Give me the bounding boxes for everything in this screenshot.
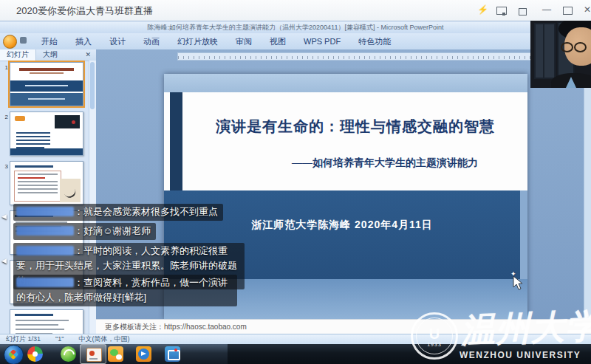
- powerpoint-titlebar: 陈海峰:如何培养青年大学生的主题演讲能力（温州大学20200411）[兼容模式]…: [0, 21, 591, 34]
- maximize-icon[interactable]: [563, 7, 573, 17]
- tab-home[interactable]: 开始: [33, 33, 66, 49]
- slide-number: 1: [2, 64, 8, 71]
- tab-insert[interactable]: 插入: [66, 33, 100, 49]
- taskbar: [0, 344, 591, 364]
- stream-window-title: 2020爱你爱你温大青马班群直播: [16, 4, 153, 18]
- stream-window-titlebar: 2020爱你爱你温大青马班群直播 ⚡ — ✕: [0, 0, 591, 21]
- windows-flag-icon: [8, 349, 18, 360]
- browser-app-icon[interactable]: [61, 346, 76, 362]
- tab-features[interactable]: 特色功能: [349, 33, 400, 49]
- tab-outline-pane[interactable]: 大纲: [36, 49, 64, 61]
- lightning-icon[interactable]: ⚡: [477, 4, 488, 15]
- tab-view[interactable]: 视图: [261, 33, 295, 49]
- slide-thumbnail-2[interactable]: [10, 111, 83, 156]
- chat-username-blurred: [16, 207, 74, 216]
- tab-wps-pdf[interactable]: WPS PDF: [295, 33, 349, 49]
- chat-username-blurred: [16, 226, 74, 236]
- glasses-icon: [561, 42, 573, 52]
- tab-animation[interactable]: 动画: [134, 33, 168, 49]
- popout-pin-icon[interactable]: [496, 7, 507, 17]
- webcam-video[interactable]: [530, 21, 591, 88]
- statusbar: 幻灯片 1/31 "1" 中文(简体，中国): [0, 334, 591, 344]
- powerpoint-icon: [86, 348, 102, 362]
- language-indicator: 中文(简体，中国): [78, 334, 129, 344]
- minimize-icon[interactable]: —: [542, 4, 551, 15]
- chat-username-blurred: [16, 246, 74, 255]
- tab-slides-pane[interactable]: 幻灯片: [0, 49, 36, 61]
- template-link-text: 更多模板请关注：https://haosc.taobao.com: [96, 320, 591, 334]
- slide-number: 3: [2, 163, 8, 170]
- panel-tabs: 幻灯片 大纲 ✕: [0, 49, 96, 61]
- chat-message-text: ：好滴☺谢谢老师: [74, 225, 151, 236]
- office-orb-button[interactable]: [3, 35, 17, 49]
- chat-message: ：就是会感觉素材很多找不到重点: [13, 204, 223, 221]
- start-button[interactable]: [4, 345, 24, 364]
- ribbon: 开始 插入 设计 动画 幻灯片放映 审阅 视图 WPS PDF 特色功能: [0, 33, 591, 50]
- paper-plane-app-icon[interactable]: [136, 346, 151, 362]
- chat-message-text: ：就是会感觉素材很多找不到重点: [74, 206, 218, 217]
- slide-thumbnail-1[interactable]: [10, 62, 83, 106]
- slide-top-band: [164, 74, 527, 92]
- slide-indicator: 幻灯片 1/31: [6, 334, 41, 344]
- editing-scrollbar[interactable]: [584, 49, 591, 319]
- wechat-icon[interactable]: [108, 346, 123, 362]
- chat-collapse-arrow-icon[interactable]: ◀: [1, 213, 7, 220]
- chat-message: ：查阅资料，赏析作品，做一个演讲的有心人，陈老师做得好[鲜花]: [13, 275, 237, 306]
- powerpoint-taskbar-button[interactable]: [80, 344, 106, 364]
- tab-slideshow[interactable]: 幻灯片放映: [168, 33, 227, 49]
- glasses-icon: [574, 42, 587, 52]
- tab-review[interactable]: 审阅: [227, 33, 261, 49]
- slide-title-block: [164, 92, 527, 190]
- close-panel-icon[interactable]: ✕: [80, 49, 96, 61]
- horizontal-ruler: [177, 52, 581, 61]
- screen-recorder-icon[interactable]: [165, 346, 180, 362]
- pinwheel-app-icon[interactable]: [27, 346, 43, 362]
- windows-stack-icon[interactable]: [519, 7, 527, 18]
- slide-title-text[interactable]: 演讲是有生命的：理性与情感交融的智慧: [189, 117, 522, 137]
- chat-message: ：好滴☺谢谢老师: [13, 223, 156, 240]
- chat-collapse-arrow-icon[interactable]: ◀: [1, 257, 7, 264]
- mouse-cursor-icon: ✦: [511, 275, 525, 294]
- slide-number: 2: [2, 114, 8, 120]
- close-icon[interactable]: ✕: [584, 4, 591, 15]
- tab-design[interactable]: 设计: [100, 33, 134, 49]
- slide-subtitle-text[interactable]: ——如何培养青年大学生的主题演讲能力: [253, 157, 517, 170]
- quick-access-icon[interactable]: [20, 37, 27, 44]
- ribbon-tabs: 开始 插入 设计 动画 幻灯片放映 审阅 视图 WPS PDF 特色功能: [33, 33, 400, 49]
- slide-left-stripe: [170, 92, 182, 190]
- template-footer-strip: 更多模板请关注：https://haosc.taobao.com: [96, 319, 591, 334]
- theme-name: "1": [55, 334, 64, 344]
- chat-username-blurred: [16, 278, 74, 287]
- slide-thumbnail-3[interactable]: [10, 161, 83, 205]
- window-frame: [534, 23, 556, 79]
